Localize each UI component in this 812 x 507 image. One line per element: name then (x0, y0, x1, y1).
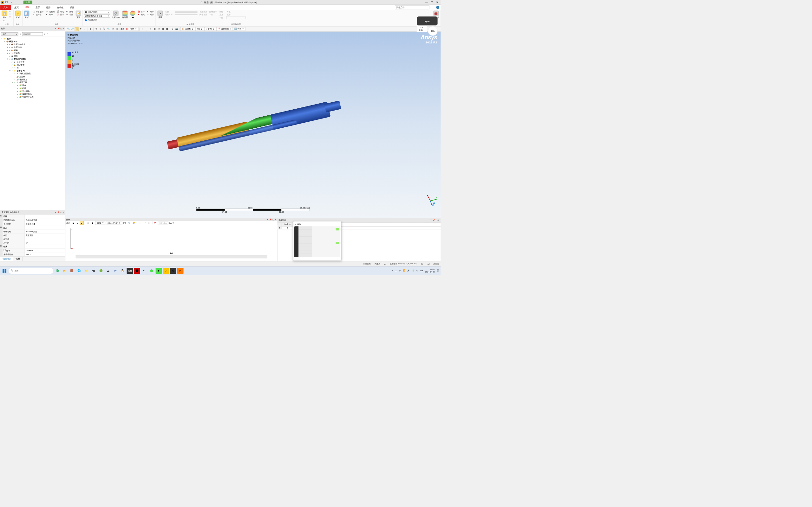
big-vertex-check[interactable]: 大顶点轮廓 (84, 18, 110, 21)
tree-life[interactable]: ✓🌈寿命 (1, 84, 64, 87)
tab-selection[interactable]: 选择 (43, 5, 54, 10)
outline-filter-type[interactable]: 名称 (1, 32, 18, 36)
btab-section[interactable]: 截面 (13, 257, 22, 261)
graph-close-icon[interactable]: ✕ (275, 218, 276, 221)
task-wechat-icon[interactable]: ⬤ (148, 268, 155, 274)
task-sec-icon[interactable]: 🟢 (98, 268, 104, 274)
graph-options-icon[interactable]: ▼ (267, 218, 269, 221)
quick-launch[interactable]: 快速启动 (395, 5, 429, 9)
tb-zoomfit-icon[interactable]: ⊡ (111, 27, 114, 31)
task-edge-icon[interactable]: 🌐 (76, 268, 83, 274)
task-mech-icon[interactable]: ⬤ (134, 268, 140, 274)
task-store-icon[interactable]: 🛍 (90, 268, 97, 274)
cover-bottom-button[interactable]: 底部 (226, 13, 246, 16)
tb-rotate-icon[interactable]: ⬚ (75, 27, 79, 31)
status-deg[interactable]: 度 (421, 262, 423, 265)
tray-wifi-icon[interactable]: 📶 (403, 270, 405, 272)
colored-edges-button[interactable]: ▬ (129, 10, 136, 19)
task-dragon-icon[interactable]: 🐉 (54, 268, 61, 274)
qat-save-icon[interactable]: 💾 (5, 0, 9, 4)
filter-go-icon[interactable]: ▼ (44, 33, 46, 35)
help-icon[interactable]: ? (436, 6, 439, 9)
section-button[interactable]: ▭截面 (66, 13, 73, 16)
tree-biaxial[interactable]: ✓🌈双轴性指示 (1, 93, 64, 96)
tree-material[interactable]: ⊞✓🎨材料 (1, 49, 64, 52)
task-folder-icon[interactable]: 📁 (84, 268, 90, 274)
outline-options-icon[interactable]: ▼ (55, 27, 57, 30)
details-suppressed-value[interactable]: 否 (25, 241, 65, 245)
graph-body[interactable]: [s] (65, 225, 277, 261)
anim-mode2-icon[interactable]: ▮ (91, 221, 95, 225)
task-word-icon[interactable]: W (112, 268, 119, 274)
tray-keyboard-icon[interactable]: ⌨ (420, 270, 423, 272)
scope-combo[interactable]: 适用范围内的几何体▼ (84, 14, 110, 18)
view3d[interactable]: C: 静态结构 安全系数 类型: 安全系数 2024-04-09 16:53 1… (65, 32, 441, 218)
tab-plugin[interactable]: 插件 (67, 5, 78, 10)
tree-coord[interactable]: ⊞✓✕坐标系 (1, 52, 64, 55)
vector-show-button[interactable]: ↘显示 (156, 10, 164, 19)
linear-button[interactable]: 线性 (219, 10, 223, 13)
align-button[interactable]: ↔对齐 (147, 13, 154, 16)
anim-play-icon[interactable]: ▶ (75, 221, 79, 225)
tree-project[interactable]: ▪📁项目* (1, 37, 64, 40)
tree-safety[interactable]: ✓🌈安全系数 (1, 90, 64, 93)
tree-total-def[interactable]: ✓🌈总变形 (1, 75, 64, 78)
task-app1-icon[interactable]: 🟫 (69, 268, 75, 274)
tree-damage[interactable]: ✓🌈损坏 (1, 87, 64, 90)
annotation-button[interactable]: 📝注释 (75, 10, 82, 19)
graph-undock-icon[interactable]: ▢ (272, 218, 274, 221)
ratio-button[interactable]: 比例 (165, 10, 173, 13)
iqiyi-overlay[interactable]: iQIYI (417, 16, 438, 25)
outline-tree[interactable]: ▪📁项目* ⊟📦模型 (C4) ⊞✓📥几何结构导入 ⊞✓⬡几何结构 ⊞✓🎨材料 … (0, 37, 65, 210)
cover-contour-button[interactable]: 等值 (226, 10, 246, 13)
tree-mesh[interactable]: ✓▦网格 (1, 55, 64, 58)
mesh-align2-button[interactable]: 网格对齐 (199, 13, 207, 16)
remote-point-button[interactable]: ⊙远程点 (46, 10, 55, 13)
tb-fit-icon[interactable]: 🔍 (66, 27, 70, 31)
comment-button[interactable]: 💬评论 (57, 10, 64, 13)
tray-batt-icon[interactable]: 🔋 (412, 270, 415, 272)
contour-button[interactable]: 轮廓图 (121, 10, 129, 19)
anim-trace-icon[interactable]: 〰 (143, 221, 147, 225)
tb-prev-icon[interactable]: ⟲ (94, 27, 98, 31)
unit-align-button[interactable]: 单元对齐 (199, 10, 207, 13)
task-explorer-icon[interactable]: 📂 (61, 268, 68, 274)
details-scope-method-value[interactable]: 几何结构选择 (25, 218, 65, 222)
tree-model[interactable]: ⊟📦模型 (C4) (1, 40, 64, 43)
probe-button[interactable]: 🎯探针 (137, 10, 145, 13)
anim-update-icon[interactable]: ≡ (147, 221, 151, 225)
task-h-icon[interactable]: H (177, 268, 184, 274)
percent-overlay[interactable]: 37% (428, 26, 438, 36)
yaxis-button[interactable]: Y轴 (219, 16, 223, 19)
tab-home[interactable]: 主页 (11, 5, 22, 10)
details-undock-icon[interactable]: ▢ (60, 211, 62, 213)
details-pin-icon[interactable]: 📌 (57, 211, 60, 213)
details-designlife-value[interactable]: 1.e+009 周期 (25, 230, 65, 233)
status-units[interactable]: 度量标准 (mm, kg, N, s, mV, mA) (390, 262, 417, 265)
origin-button[interactable]: 原点 (219, 13, 223, 16)
status-expand-icon[interactable]: ▲ (384, 263, 386, 265)
tb-extend-combo[interactable]: ⤢ 扩展 ▼ (204, 27, 216, 31)
tb-elem-icon[interactable]: ▦ (161, 27, 165, 31)
tb-clipboard-combo[interactable]: 📋 剪贴板 ▼ (181, 27, 195, 31)
tb-mesh-sel-icon[interactable]: ▩ (165, 27, 169, 31)
details-close-icon[interactable]: ✕ (63, 211, 64, 213)
anim-flag-icon[interactable]: 🚩 (154, 221, 157, 225)
tb-body-icon[interactable]: ▣ (153, 27, 156, 31)
tb-empty-combo[interactable]: [空] ▼ (195, 27, 204, 31)
outline-undock-icon[interactable]: ▢ (60, 27, 62, 30)
anim-color-icon[interactable]: 🌈 (132, 221, 136, 225)
close-icon[interactable]: ✕ (436, 1, 438, 4)
scale-combo[interactable]: 18（自动缩放）▼ (84, 10, 110, 14)
tree-geometry[interactable]: ⊞✓⬡几何结构 (1, 46, 64, 49)
tb-zoomin-icon[interactable]: 🔍+ (102, 27, 106, 31)
tb-snapshot-icon[interactable]: 📷 (175, 27, 179, 31)
table-pin-icon[interactable]: 📌 (433, 219, 435, 222)
tray-up-icon[interactable]: ^ (392, 270, 393, 272)
tb-zoombox-icon[interactable]: ◱ (115, 27, 119, 31)
image-button[interactable]: 🖼图像 (66, 10, 73, 13)
tree-fixed[interactable]: ✓🔒固定支撑 (1, 63, 64, 66)
details-geom-value[interactable]: 全部几何体 (25, 222, 65, 226)
minimize-icon[interactable]: — (425, 1, 428, 4)
min-button[interactable]: ■最小 (147, 10, 154, 13)
